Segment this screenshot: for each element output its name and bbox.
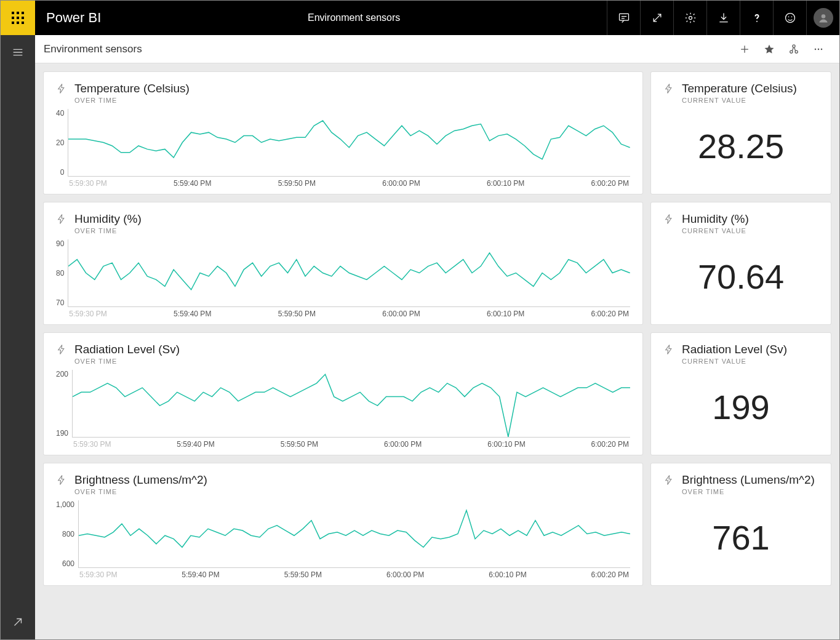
x-tick: 5:59:40 PM (174, 179, 211, 188)
x-tick: 5:59:30 PM (79, 570, 117, 579)
tile-subtitle: CURRENT VALUE (682, 227, 749, 234)
svg-point-13 (788, 17, 789, 18)
tile-subtitle: OVER TIME (682, 488, 815, 495)
tile-title: Radiation Level (Sv) (682, 343, 787, 356)
hamburger-icon (11, 46, 25, 59)
app-launcher-button[interactable] (1, 1, 35, 35)
y-tick: 1,000 (56, 500, 74, 509)
x-tick: 6:00:20 PM (591, 440, 629, 449)
current-value: 761 (663, 495, 818, 579)
share-icon (788, 43, 800, 55)
x-tick: 5:59:40 PM (182, 570, 219, 579)
svg-rect-6 (12, 22, 14, 24)
share-button[interactable] (782, 37, 806, 62)
svg-rect-7 (17, 22, 19, 24)
chart-tile[interactable]: Brightness (Lumens/m^2) OVER TIME 1,0008… (44, 463, 642, 585)
tile-subtitle: OVER TIME (74, 227, 142, 234)
svg-rect-0 (12, 12, 14, 14)
chart-tile[interactable]: Temperature (Celsius) OVER TIME 40200 5:… (44, 72, 642, 194)
smiley-icon (784, 12, 796, 24)
y-axis: 200190 (56, 370, 72, 449)
bolt-icon (56, 214, 67, 225)
line-chart (72, 370, 630, 438)
bolt-icon (663, 344, 674, 355)
svg-point-19 (815, 48, 817, 50)
y-tick: 600 (62, 559, 74, 568)
svg-point-14 (791, 17, 792, 18)
x-tick: 5:59:30 PM (69, 179, 106, 188)
x-tick: 5:59:50 PM (278, 310, 316, 318)
more-button[interactable] (806, 37, 831, 62)
svg-point-17 (795, 50, 798, 53)
ellipsis-icon (812, 43, 825, 55)
download-button[interactable] (706, 1, 740, 35)
tile-subtitle: OVER TIME (74, 97, 190, 104)
y-axis: 40200 (56, 109, 68, 188)
tile-subtitle: OVER TIME (74, 488, 207, 495)
tile-title: Humidity (%) (74, 212, 142, 226)
tile-subtitle: CURRENT VALUE (682, 97, 797, 104)
help-button[interactable] (740, 1, 773, 35)
y-tick: 20 (56, 138, 64, 147)
y-axis: 1,000800600 (56, 500, 78, 579)
fullscreen-button[interactable] (640, 1, 673, 35)
x-tick: 6:00:00 PM (384, 440, 422, 449)
svg-point-11 (756, 21, 758, 22)
bolt-icon (663, 474, 674, 486)
svg-point-10 (689, 17, 692, 20)
nav-toggle-button[interactable] (1, 35, 35, 70)
arrow-up-right-icon (11, 615, 25, 629)
x-tick: 5:59:30 PM (69, 310, 106, 318)
value-tile[interactable]: Humidity (%) CURRENT VALUE 70.64 (651, 202, 831, 324)
person-icon (817, 12, 830, 24)
value-tile[interactable]: Brightness (Lumens/m^2) OVER TIME 761 (651, 463, 831, 585)
account-button[interactable] (806, 1, 839, 35)
x-axis: 5:59:30 PM5:59:40 PM5:59:50 PM6:00:00 PM… (78, 570, 630, 579)
download-icon (718, 12, 730, 24)
chart-tile[interactable]: Radiation Level (Sv) OVER TIME 200190 5:… (44, 333, 642, 455)
tile-title: Temperature (Celsius) (74, 82, 190, 95)
y-tick: 40 (56, 109, 64, 118)
x-tick: 6:00:10 PM (487, 179, 524, 188)
svg-rect-3 (12, 17, 14, 19)
value-tile[interactable]: Temperature (Celsius) CURRENT VALUE 28.2… (651, 72, 831, 194)
svg-point-20 (818, 48, 820, 50)
page-title: Environment sensors (44, 43, 142, 55)
x-axis: 5:59:30 PM5:59:40 PM5:59:50 PM6:00:00 PM… (68, 179, 630, 188)
x-axis: 5:59:30 PM5:59:40 PM5:59:50 PM6:00:00 PM… (72, 440, 630, 449)
bolt-icon (56, 344, 67, 355)
line-chart (78, 500, 630, 568)
popout-button[interactable] (1, 605, 35, 639)
chart-tile[interactable]: Humidity (%) OVER TIME 908070 5:59:30 PM… (44, 202, 642, 324)
favorite-button[interactable] (757, 37, 782, 62)
value-tile[interactable]: Radiation Level (Sv) CURRENT VALUE 199 (651, 333, 831, 455)
svg-point-15 (821, 14, 825, 18)
y-tick: 0 (60, 168, 65, 177)
y-tick: 190 (56, 429, 68, 438)
gear-icon (684, 12, 697, 24)
current-value: 70.64 (663, 234, 818, 318)
x-tick: 5:59:40 PM (174, 310, 211, 318)
svg-rect-1 (17, 12, 19, 14)
add-tile-button[interactable] (732, 37, 757, 62)
x-tick: 6:00:10 PM (487, 310, 524, 318)
x-tick: 6:00:10 PM (487, 440, 525, 449)
y-tick: 90 (56, 239, 64, 248)
feedback-button[interactable] (773, 1, 806, 35)
x-tick: 6:00:20 PM (591, 310, 629, 318)
settings-button[interactable] (673, 1, 706, 35)
x-tick: 6:00:20 PM (591, 570, 629, 579)
bolt-icon (663, 214, 674, 225)
tile-title: Brightness (Lumens/m^2) (682, 473, 815, 487)
tile-title: Radiation Level (Sv) (74, 343, 180, 356)
svg-point-18 (793, 44, 795, 47)
tile-title: Brightness (Lumens/m^2) (74, 473, 207, 487)
bolt-icon (56, 474, 67, 486)
tile-subtitle: CURRENT VALUE (682, 358, 787, 365)
tile-subtitle: OVER TIME (74, 358, 180, 365)
notifications-button[interactable] (607, 1, 640, 35)
line-chart (68, 239, 630, 307)
svg-rect-2 (22, 12, 24, 14)
x-tick: 6:00:20 PM (591, 179, 629, 188)
y-axis: 908070 (56, 239, 68, 318)
